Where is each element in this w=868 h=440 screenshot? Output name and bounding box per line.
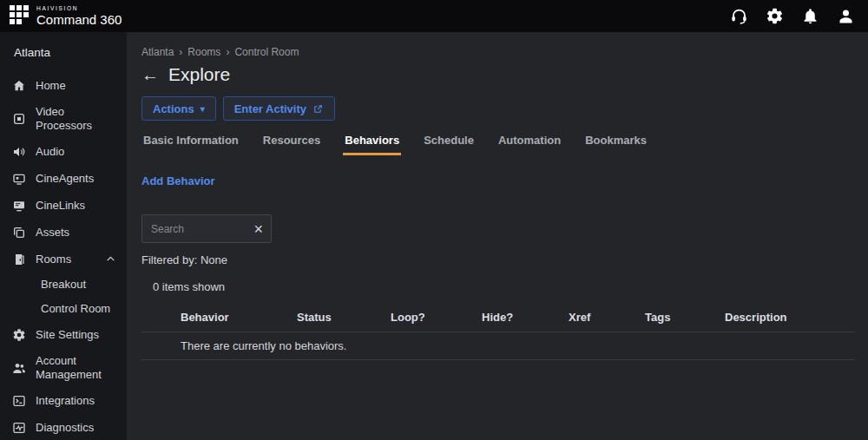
breadcrumb: Atlanta › Rooms › Control Room: [141, 46, 855, 58]
sidebar-item-rooms[interactable]: Rooms: [0, 246, 127, 273]
brand-name-small: HAIVISION: [36, 6, 122, 12]
breadcrumb-control-room[interactable]: Control Room: [234, 46, 299, 58]
video-processors-icon: [11, 111, 26, 126]
page-title: Explore: [168, 64, 230, 85]
brand-name: Command 360: [36, 13, 122, 26]
sidebar-item-label: Site Settings: [36, 328, 99, 342]
support-headset-icon[interactable]: [728, 6, 749, 27]
search-box: ×: [141, 214, 272, 243]
notifications-bell-icon[interactable]: [799, 6, 820, 27]
sidebar-item-label: Audio: [36, 145, 64, 159]
tab-basic-information[interactable]: Basic Information: [141, 134, 240, 155]
rooms-icon: [11, 252, 26, 266]
sidebar-subitem-control-room[interactable]: Control Room: [0, 297, 127, 321]
col-header-behavior[interactable]: Behavior: [181, 311, 297, 324]
table-empty-row: There are currently no behaviors.: [141, 332, 855, 360]
tab-automation[interactable]: Automation: [496, 134, 562, 155]
cineagents-icon: [11, 171, 26, 186]
sidebar-item-video-processors[interactable]: Video Processors: [0, 99, 127, 138]
sidebar-item-label: Video Processors: [36, 105, 116, 132]
enter-activity-button[interactable]: Enter Activity: [223, 96, 335, 121]
audio-icon: [11, 144, 26, 159]
tab-bar: Basic Information Resources Behaviors Sc…: [141, 134, 855, 155]
caret-down-icon: ▾: [201, 104, 205, 114]
sidebar-nav: Home Video Processors Audio CineAgents C…: [0, 72, 127, 440]
sidebar-item-label: CineAgents: [36, 172, 94, 186]
sidebar-item-label: Diagnostics: [36, 421, 94, 435]
breadcrumb-rooms[interactable]: Rooms: [187, 46, 220, 58]
sidebar-item-assets[interactable]: Assets: [0, 219, 127, 246]
settings-gear-icon[interactable]: [764, 6, 785, 27]
sidebar-item-cineagents[interactable]: CineAgents: [0, 165, 127, 192]
assets-icon: [11, 225, 26, 240]
actions-button[interactable]: Actions ▾: [141, 96, 216, 121]
topbar-icons: [728, 6, 856, 27]
breadcrumb-separator: ›: [226, 46, 229, 58]
sidebar-item-label: Rooms: [36, 253, 71, 266]
account-person-icon[interactable]: [835, 6, 856, 27]
sidebar-item-audio[interactable]: Audio: [0, 138, 127, 165]
home-icon: [11, 78, 26, 93]
top-bar: HAIVISION Command 360: [0, 0, 868, 32]
cinelinks-icon: [11, 198, 26, 213]
haivision-logo-icon: [9, 4, 30, 29]
site-name[interactable]: Atlanta: [0, 32, 127, 72]
app-logo: HAIVISION Command 360: [9, 4, 122, 29]
breadcrumb-separator: ›: [179, 46, 182, 58]
search-input[interactable]: [151, 223, 248, 235]
tab-resources[interactable]: Resources: [261, 134, 322, 155]
back-arrow-icon[interactable]: ←: [141, 66, 159, 83]
col-header-hide[interactable]: Hide?: [482, 311, 569, 324]
tab-schedule[interactable]: Schedule: [422, 134, 476, 155]
sidebar-item-label: Integrations: [36, 394, 95, 408]
tab-behaviors[interactable]: Behaviors: [343, 134, 401, 155]
chevron-up-icon[interactable]: [105, 253, 116, 265]
col-header-tags[interactable]: Tags: [645, 311, 725, 324]
empty-table-message: There are currently no behaviors.: [181, 339, 855, 352]
sidebar-subitem-label: Control Room: [41, 302, 110, 315]
behaviors-table: Behavior Status Loop? Hide? Xref Tags De…: [141, 305, 855, 360]
sidebar-item-label: Home: [36, 79, 66, 93]
col-header-loop[interactable]: Loop?: [391, 311, 482, 324]
table-header-row: Behavior Status Loop? Hide? Xref Tags De…: [141, 305, 855, 332]
col-header-xref[interactable]: Xref: [569, 311, 645, 324]
integrations-icon: [11, 393, 26, 408]
enter-activity-button-label: Enter Activity: [234, 102, 306, 115]
add-behavior-link[interactable]: Add Behavior: [141, 174, 215, 187]
filtered-by-text: Filtered by: None: [141, 253, 855, 266]
actions-row: Actions ▾ Enter Activity: [141, 96, 855, 121]
main-content: Atlanta › Rooms › Control Room ← Explore…: [127, 32, 868, 440]
sidebar: Atlanta Home Video Processors Audio Cine…: [0, 32, 127, 440]
sidebar-item-label: Account Management: [36, 354, 116, 381]
sidebar-item-cinelinks[interactable]: CineLinks: [0, 192, 127, 219]
sidebar-item-label: CineLinks: [36, 199, 85, 213]
col-header-status[interactable]: Status: [297, 311, 391, 324]
sidebar-subitem-breakout[interactable]: Breakout: [0, 273, 127, 297]
sidebar-item-label: Assets: [36, 226, 69, 240]
tab-bookmarks[interactable]: Bookmarks: [583, 134, 648, 155]
account-management-icon: [11, 360, 26, 375]
col-header-description[interactable]: Description: [725, 311, 855, 324]
sidebar-item-integrations[interactable]: Integrations: [0, 387, 127, 414]
sidebar-item-site-settings[interactable]: Site Settings: [0, 321, 127, 348]
sidebar-subitem-label: Breakout: [41, 278, 86, 291]
sidebar-item-home[interactable]: Home: [0, 72, 127, 99]
actions-button-label: Actions: [153, 102, 194, 115]
title-row: ← Explore: [141, 64, 855, 85]
site-settings-icon: [11, 327, 26, 342]
items-shown-text: 0 items shown: [153, 280, 855, 293]
breadcrumb-atlanta[interactable]: Atlanta: [141, 46, 174, 58]
sidebar-item-account-management[interactable]: Account Management: [0, 348, 127, 387]
external-link-icon: [312, 103, 324, 115]
sidebar-item-diagnostics[interactable]: Diagnostics: [0, 414, 127, 440]
clear-search-icon[interactable]: ×: [253, 221, 263, 237]
diagnostics-icon: [11, 420, 26, 435]
